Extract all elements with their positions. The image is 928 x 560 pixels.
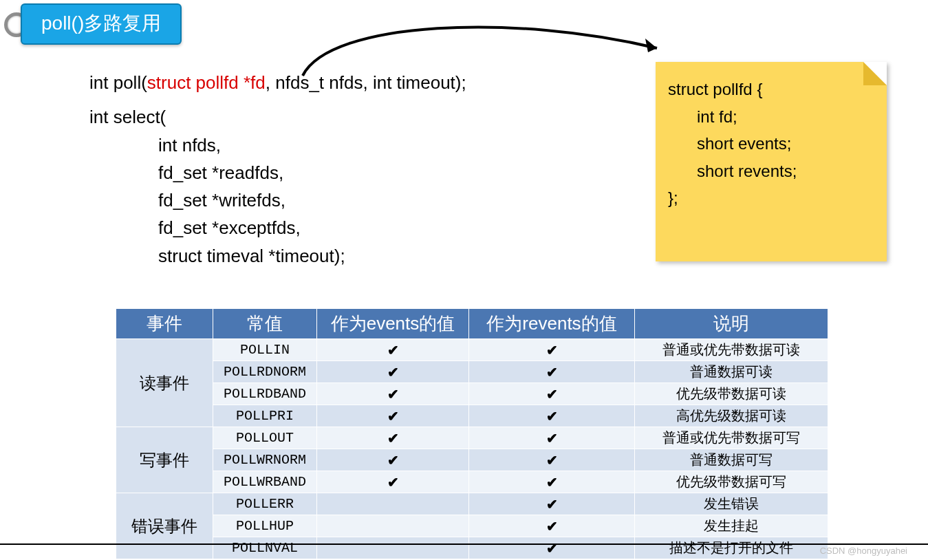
svg-marker-0 bbox=[645, 39, 657, 52]
table-row: POLLPRI✔✔高优先级数据可读 bbox=[116, 405, 828, 427]
bottom-rule bbox=[0, 543, 928, 545]
revents-cell: ✔ bbox=[469, 383, 635, 405]
events-cell: ✔ bbox=[317, 471, 469, 493]
revents-cell: ✔ bbox=[469, 339, 635, 361]
th-const: 常值 bbox=[213, 309, 317, 339]
poll-red-arg: struct pollfd *fd bbox=[147, 72, 266, 93]
desc-cell: 描述不是打开的文件 bbox=[635, 537, 828, 559]
revents-cell: ✔ bbox=[469, 427, 635, 449]
table-row: 读事件POLLIN✔✔普通或优先带数据可读 bbox=[116, 339, 828, 361]
select-arg: fd_set *readfds, bbox=[89, 159, 466, 186]
struct-line: struct pollfd { bbox=[668, 76, 874, 103]
events-cell: ✔ bbox=[317, 449, 469, 471]
select-arg: fd_set *writefds, bbox=[89, 186, 466, 214]
revents-cell: ✔ bbox=[469, 405, 635, 427]
desc-cell: 优先级带数据可读 bbox=[635, 383, 828, 405]
table-row: POLLWRBAND✔✔优先级带数据可写 bbox=[116, 471, 828, 493]
struct-line: int fd; bbox=[668, 103, 874, 131]
desc-cell: 普通或优先带数据可读 bbox=[635, 339, 828, 361]
poll-events-table: 事件 常值 作为events的值 作为revents的值 说明 读事件POLLI… bbox=[116, 308, 828, 559]
revents-cell: ✔ bbox=[469, 515, 635, 537]
desc-cell: 高优先级数据可读 bbox=[635, 405, 828, 427]
select-arg: fd_set *exceptfds, bbox=[89, 214, 466, 241]
const-cell: POLLRDBAND bbox=[213, 383, 317, 405]
slide-title: poll()多路复用 bbox=[21, 3, 182, 45]
watermark: CSDN @hongyuyahei bbox=[820, 546, 907, 556]
events-cell bbox=[317, 493, 469, 515]
select-signature-head: int select( bbox=[89, 103, 466, 131]
events-cell: ✔ bbox=[317, 361, 469, 383]
th-event: 事件 bbox=[116, 309, 213, 339]
revents-cell: ✔ bbox=[469, 361, 635, 383]
table-row: POLLRDNORM✔✔普通数据可读 bbox=[116, 361, 828, 383]
const-cell: POLLERR bbox=[213, 493, 317, 515]
group-label: 写事件 bbox=[116, 427, 213, 493]
poll-signature: int poll(struct pollfd *fd, nfds_t nfds,… bbox=[89, 69, 466, 96]
table-row: 错误事件POLLERR✔发生错误 bbox=[116, 493, 828, 515]
desc-cell: 发生挂起 bbox=[635, 515, 828, 537]
const-cell: POLLRDNORM bbox=[213, 361, 317, 383]
desc-cell: 普通数据可读 bbox=[635, 361, 828, 383]
group-label: 读事件 bbox=[116, 339, 213, 427]
events-cell: ✔ bbox=[317, 427, 469, 449]
const-cell: POLLIN bbox=[213, 339, 317, 361]
th-revents: 作为revents的值 bbox=[469, 309, 635, 339]
struct-line: short revents; bbox=[668, 158, 874, 185]
revents-cell: ✔ bbox=[469, 493, 635, 515]
revents-cell: ✔ bbox=[469, 537, 635, 559]
sticky-note: struct pollfd { int fd; short events; sh… bbox=[656, 62, 887, 261]
events-cell: ✔ bbox=[317, 339, 469, 361]
desc-cell: 发生错误 bbox=[635, 493, 828, 515]
struct-line: }; bbox=[668, 184, 874, 212]
group-label: 错误事件 bbox=[116, 493, 213, 559]
th-desc: 说明 bbox=[635, 309, 828, 339]
table-row: POLLNVAL✔描述不是打开的文件 bbox=[116, 537, 828, 559]
const-cell: POLLHUP bbox=[213, 515, 317, 537]
page-fold-icon bbox=[863, 62, 887, 85]
th-events: 作为events的值 bbox=[317, 309, 469, 339]
events-cell: ✔ bbox=[317, 383, 469, 405]
revents-cell: ✔ bbox=[469, 471, 635, 493]
table-row: 写事件POLLOUT✔✔普通或优先带数据可写 bbox=[116, 427, 828, 449]
desc-cell: 普通数据可写 bbox=[635, 449, 828, 471]
events-cell: ✔ bbox=[317, 405, 469, 427]
events-cell bbox=[317, 515, 469, 537]
table-row: POLLWRNORM✔✔普通数据可写 bbox=[116, 449, 828, 471]
select-arg: struct timeval *timeout); bbox=[89, 242, 466, 270]
const-cell: POLLWRNORM bbox=[213, 449, 317, 471]
table-row: POLLRDBAND✔✔优先级带数据可读 bbox=[116, 383, 828, 405]
revents-cell: ✔ bbox=[469, 449, 635, 471]
events-cell bbox=[317, 537, 469, 559]
const-cell: POLLPRI bbox=[213, 405, 317, 427]
struct-line: short events; bbox=[668, 130, 874, 158]
code-signatures: int poll(struct pollfd *fd, nfds_t nfds,… bbox=[89, 69, 466, 270]
desc-cell: 普通或优先带数据可写 bbox=[635, 427, 828, 449]
const-cell: POLLWRBAND bbox=[213, 471, 317, 493]
select-arg: int nfds, bbox=[89, 131, 466, 159]
table-row: POLLHUP✔发生挂起 bbox=[116, 515, 828, 537]
const-cell: POLLNVAL bbox=[213, 537, 317, 559]
const-cell: POLLOUT bbox=[213, 427, 317, 449]
desc-cell: 优先级带数据可写 bbox=[635, 471, 828, 493]
